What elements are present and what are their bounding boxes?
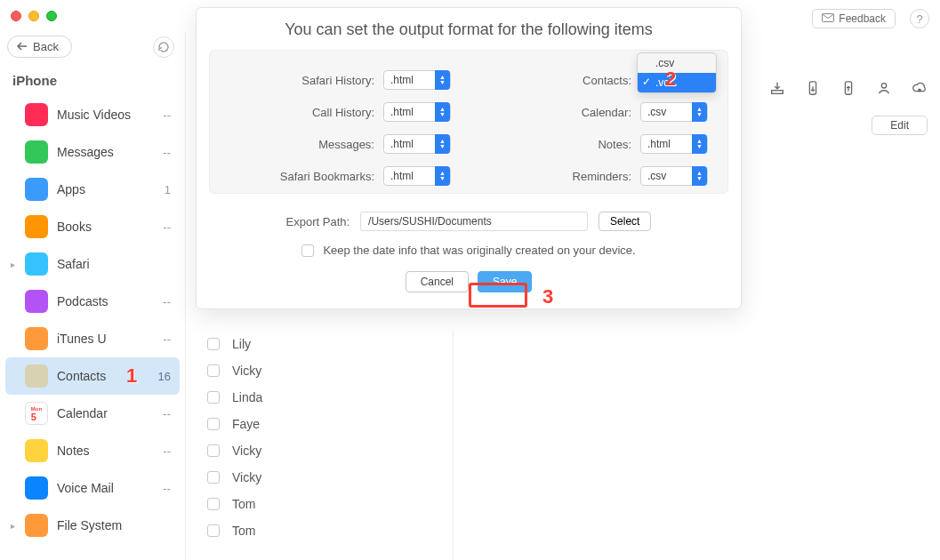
sidebar-item-badge: -- [163, 407, 171, 420]
notes-icon [25, 439, 48, 462]
contact-row[interactable]: Linda [207, 384, 444, 411]
close-icon[interactable] [11, 11, 21, 21]
sidebar-item-badge: -- [163, 332, 171, 346]
contact-checkbox[interactable] [207, 418, 220, 430]
contact-row[interactable]: Tom [207, 517, 444, 544]
messages-label: Messages: [318, 138, 374, 151]
safari-bookmarks-select[interactable]: .html▲▼ [383, 166, 451, 186]
contact-checkbox[interactable] [207, 444, 220, 457]
calendar-label: Calendar: [582, 106, 631, 119]
contact-row[interactable]: Vicky [207, 357, 444, 384]
contact-checkbox[interactable] [207, 498, 220, 510]
chevron-updown-icon: ▲▼ [435, 102, 450, 122]
back-label: Back [33, 40, 59, 53]
chevron-updown-icon: ▲▼ [435, 134, 450, 154]
contact-row[interactable]: Faye [207, 411, 444, 437]
from-device-icon[interactable] [840, 80, 856, 99]
sidebar-item-label: Music Videos [57, 108, 131, 122]
help-button[interactable]: ? [910, 9, 929, 28]
disclosure-icon: ▸ [11, 260, 15, 269]
window-traffic-lights[interactable] [11, 11, 57, 21]
file-system-icon [25, 514, 48, 537]
contact-name: Tom [232, 524, 255, 538]
call-history-label: Call History: [312, 106, 374, 119]
sidebar-item-apps[interactable]: Apps1 [5, 171, 180, 208]
svg-rect-1 [772, 91, 783, 94]
sidebar-item-label: Messages [57, 145, 114, 159]
dropdown-option[interactable]: .vcf [638, 73, 716, 92]
safari-bookmarks-label: Safari Bookmarks: [280, 170, 374, 183]
sidebar-item-messages[interactable]: Messages-- [5, 133, 180, 171]
contact-row[interactable]: Tom [207, 491, 444, 517]
chevron-updown-icon: ▲▼ [435, 70, 450, 90]
cancel-button[interactable]: Cancel [406, 271, 469, 292]
sidebar-item-itunes-u[interactable]: iTunes U-- [5, 320, 180, 357]
contact-row[interactable]: Vicky [207, 464, 444, 491]
contact-checkbox[interactable] [207, 524, 220, 537]
back-arrow-icon [17, 40, 28, 53]
music-videos-icon [25, 103, 48, 126]
messages-select[interactable]: .html▲▼ [383, 134, 451, 154]
sidebar-item-voice-mail[interactable]: Voice Mail-- [5, 469, 180, 507]
sidebar-item-badge: -- [163, 220, 171, 234]
sidebar-item-music-videos[interactable]: Music Videos-- [5, 96, 180, 133]
sidebar-item-notes[interactable]: Notes-- [5, 432, 180, 469]
to-device-icon[interactable] [805, 80, 821, 99]
keep-date-checkbox[interactable] [301, 244, 314, 257]
contact-list: LilyVickyLindaFayeVickyVickyTomTom [207, 331, 444, 544]
user-icon[interactable] [876, 80, 892, 99]
sidebar-item-books[interactable]: Books-- [5, 208, 180, 245]
sidebar-item-contacts[interactable]: Contacts16 [5, 357, 180, 395]
reminders-label: Reminders: [573, 170, 631, 183]
output-format-modal: You can set the output format for the fo… [196, 7, 742, 309]
sidebar-item-label: File System [57, 518, 122, 532]
contacts-icon [25, 364, 48, 388]
import-icon[interactable] [769, 80, 785, 99]
messages-icon [25, 140, 48, 164]
sidebar-item-safari[interactable]: ▸Safari [5, 245, 180, 283]
contacts-dropdown[interactable]: .csv .vcf [637, 52, 717, 93]
chevron-updown-icon: ▲▼ [692, 166, 707, 186]
sidebar-item-badge: -- [163, 146, 171, 159]
sidebar-item-badge: 16 [158, 370, 171, 383]
contact-checkbox[interactable] [207, 338, 220, 350]
cloud-icon[interactable] [912, 80, 928, 99]
voice-mail-icon [25, 476, 48, 500]
device-label: iPhone [12, 73, 57, 88]
contact-name: Faye [232, 417, 260, 431]
sidebar-item-podcasts[interactable]: Podcasts-- [5, 283, 180, 320]
back-button[interactable]: Back [7, 36, 72, 58]
minimize-icon[interactable] [28, 11, 39, 21]
save-button[interactable]: Save [478, 271, 532, 292]
contact-row[interactable]: Lily [207, 331, 444, 357]
contact-row[interactable]: Vicky [207, 437, 444, 464]
sidebar-item-calendar[interactable]: Mon5Calendar-- [5, 395, 180, 432]
dropdown-option[interactable]: .csv [638, 53, 716, 73]
chevron-updown-icon: ▲▼ [692, 102, 707, 122]
contact-checkbox[interactable] [207, 471, 220, 484]
feedback-button[interactable]: Feedback [812, 9, 896, 28]
sidebar-item-file-system[interactable]: ▸File System [5, 507, 180, 544]
disclosure-icon: ▸ [11, 521, 15, 531]
sidebar-item-badge: -- [163, 295, 171, 308]
reminders-select[interactable]: .csv▲▼ [640, 166, 708, 186]
sidebar-item-label: Notes [57, 444, 90, 458]
refresh-button[interactable] [153, 36, 174, 58]
call-history-select[interactable]: .html▲▼ [383, 102, 451, 122]
notes-select[interactable]: .html▲▼ [640, 134, 708, 154]
contacts-label: Contacts: [582, 74, 631, 87]
sidebar-item-label: Podcasts [57, 294, 108, 308]
calendar-select[interactable]: .csv▲▼ [640, 102, 708, 122]
safari-history-select[interactable]: .html▲▼ [383, 70, 451, 90]
sidebar-item-label: Contacts [57, 369, 106, 383]
sidebar-item-label: Apps [57, 182, 85, 196]
export-path-input[interactable] [360, 212, 588, 231]
sidebar-item-badge: -- [163, 444, 171, 458]
edit-button[interactable]: Edit [872, 116, 928, 135]
sidebar-item-badge: 1 [165, 183, 171, 196]
select-path-button[interactable]: Select [599, 212, 651, 231]
contact-checkbox[interactable] [207, 391, 220, 404]
maximize-icon[interactable] [46, 11, 57, 21]
sidebar-item-label: Voice Mail [57, 481, 114, 495]
contact-checkbox[interactable] [207, 364, 220, 377]
